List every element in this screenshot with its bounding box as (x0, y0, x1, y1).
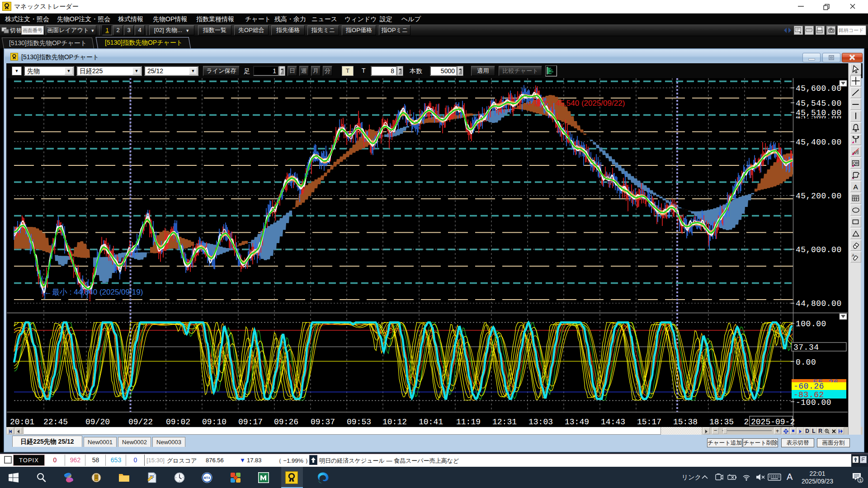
svg-text:09/22: 09/22 (128, 418, 153, 427)
svg-text:-100.00: -100.00 (796, 398, 831, 407)
svg-text:-83.62: -83.62 (793, 390, 824, 399)
svg-text:45,400.00: 45,400.00 (796, 138, 842, 147)
svg-text:10:12: 10:12 (382, 418, 407, 427)
svg-text:←最大 : 45,540 (2025/09/22): ←最大 : 45,540 (2025/09/22) (526, 99, 625, 108)
svg-text:0.00: 0.00 (796, 358, 816, 367)
svg-text:09:17: 09:17 (238, 418, 263, 427)
svg-text:12:31: 12:31 (492, 418, 517, 427)
svg-text:13:49: 13:49 (565, 418, 589, 427)
svg-text:45,200.00: 45,200.00 (796, 192, 842, 201)
svg-text:1: 1 (859, 478, 862, 483)
svg-text:09:37: 09:37 (311, 418, 335, 427)
svg-text:100.00: 100.00 (796, 319, 826, 328)
svg-text:A: A (852, 253, 854, 258)
svg-text:Q: Q (853, 161, 856, 165)
svg-text:13:03: 13:03 (528, 418, 553, 427)
svg-text:20:01: 20:01 (10, 418, 34, 427)
svg-text:37.34: 37.34 (793, 343, 819, 352)
svg-text:10:41: 10:41 (419, 418, 443, 427)
svg-text:-60.26: -60.26 (793, 382, 824, 391)
svg-text:A: A (854, 183, 859, 191)
svg-text:←最小 : 44,840 (2025/09/19): ←最小 : 44,840 (2025/09/19) (44, 288, 143, 296)
svg-text:15:38: 15:38 (673, 418, 698, 427)
svg-text:09:26: 09:26 (274, 418, 298, 427)
svg-text:09:10: 09:10 (202, 418, 226, 427)
svg-text:2: 2 (744, 418, 749, 427)
svg-text:45,545.00: 45,545.00 (796, 99, 842, 108)
svg-text:14:43: 14:43 (601, 418, 625, 427)
svg-text:45,000.00: 45,000.00 (796, 245, 842, 254)
svg-text:2025-09-2: 2025-09-2 (751, 418, 795, 427)
svg-text:11:19: 11:19 (456, 418, 481, 427)
svg-text:09:53: 09:53 (347, 418, 371, 427)
svg-text:MT4: MT4 (204, 476, 210, 479)
svg-text:44,800.00: 44,800.00 (796, 299, 842, 308)
svg-text:45,600.00: 45,600.00 (796, 84, 842, 93)
svg-text:09:02: 09:02 (166, 418, 190, 427)
svg-text:15:17: 15:17 (637, 418, 661, 427)
svg-text:22:45: 22:45 (43, 418, 68, 427)
svg-text:18:35: 18:35 (709, 418, 734, 427)
svg-text:09/20: 09/20 (85, 418, 110, 427)
svg-text:45,510.00: 45,510.00 (796, 108, 842, 117)
